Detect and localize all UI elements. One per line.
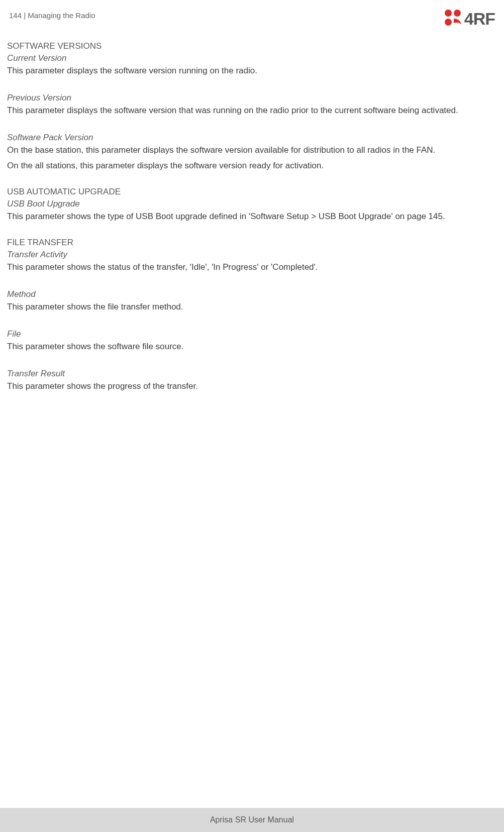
file-text: This parameter shows the software file s… xyxy=(7,341,497,353)
previous-version-heading: Previous Version xyxy=(7,93,497,103)
transfer-activity-text: This parameter shows the status of the t… xyxy=(7,262,497,273)
file-transfer-heading: FILE TRANSFER xyxy=(7,238,497,248)
page-footer: Aprisa SR User Manual xyxy=(0,808,504,832)
page-number: 144 xyxy=(9,11,22,20)
software-pack-version-text2: On the all stations, this parameter disp… xyxy=(7,160,497,172)
usb-boot-upgrade-text: This parameter shows the type of USB Boo… xyxy=(7,211,497,223)
usb-automatic-upgrade-heading: USB AUTOMATIC UPGRADE xyxy=(7,187,497,197)
svg-point-2 xyxy=(445,19,452,26)
footer-text: Aprisa SR User Manual xyxy=(210,815,294,824)
usb-boot-upgrade-heading: USB Boot Upgrade xyxy=(7,199,497,209)
software-versions-heading: SOFTWARE VERSIONS xyxy=(7,41,497,51)
header-breadcrumb: 144 | Managing the Radio xyxy=(9,11,95,20)
current-version-heading: Current Version xyxy=(7,53,497,63)
logo: 4RF xyxy=(442,8,495,29)
software-pack-version-text1: On the base station, this parameter disp… xyxy=(7,145,497,156)
transfer-result-text: This parameter shows the progress of the… xyxy=(7,381,497,392)
previous-version-text: This parameter displays the software ver… xyxy=(7,105,497,117)
page-header: 144 | Managing the Radio 4RF xyxy=(0,0,504,29)
content-area: SOFTWARE VERSIONS Current Version This p… xyxy=(0,29,504,392)
logo-text: 4RF xyxy=(464,9,495,29)
method-heading: Method xyxy=(7,289,497,299)
method-text: This parameter shows the file transfer m… xyxy=(7,301,497,313)
logo-symbol-icon xyxy=(442,8,463,29)
current-version-text: This parameter displays the software ver… xyxy=(7,65,497,77)
software-pack-version-heading: Software Pack Version xyxy=(7,133,497,143)
section-name: Managing the Radio xyxy=(28,11,95,20)
svg-point-1 xyxy=(454,10,461,17)
transfer-result-heading: Transfer Result xyxy=(7,369,497,379)
svg-point-0 xyxy=(445,10,452,17)
transfer-activity-heading: Transfer Activity xyxy=(7,250,497,260)
file-heading: File xyxy=(7,329,497,339)
separator: | xyxy=(22,11,28,20)
